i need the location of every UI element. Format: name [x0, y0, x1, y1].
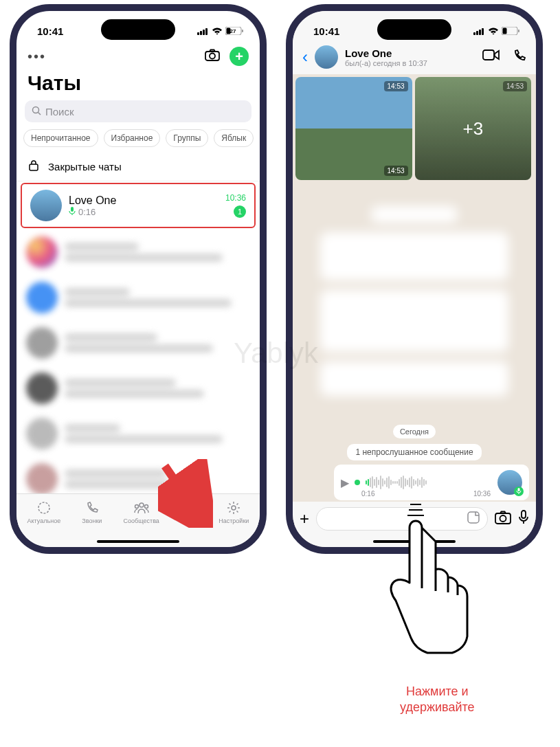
filter-pill[interactable]: Избранное [104, 129, 161, 147]
waveform[interactable] [366, 475, 492, 490]
gear-icon [225, 500, 242, 516]
filter-pill[interactable]: Непрочитанное [23, 129, 98, 147]
svg-rect-27 [518, 488, 520, 491]
tab-settings[interactable]: Настройки [219, 500, 249, 524]
back-button[interactable]: ‹ [302, 47, 308, 67]
svg-point-10 [33, 107, 39, 113]
contact-status: был(-а) сегодня в 10:37 [345, 59, 475, 67]
voice-duration: 0:16 [361, 490, 374, 498]
status-time: 10:41 [37, 25, 63, 37]
voice-unread-dot [355, 480, 360, 485]
voice-time: 10:36 [473, 490, 491, 498]
locked-chats[interactable]: Закрытые чаты [16, 154, 260, 181]
media-time: 14:53 [384, 166, 408, 176]
camera-icon[interactable] [205, 49, 220, 64]
phone-icon [84, 500, 100, 516]
red-arrow [158, 459, 213, 531]
header-info[interactable]: Love One был(-а) сегодня в 10:37 [345, 47, 475, 67]
avatar [30, 190, 62, 221]
tab-communities[interactable]: Сообщества [124, 500, 159, 524]
unread-badge: 1 [234, 205, 246, 218]
svg-point-18 [232, 506, 236, 510]
phone-right: 10:41 ‹ Love One был(-а) сегодня в 10:37… [286, 4, 543, 554]
svg-point-14 [38, 502, 49, 513]
wifi-icon [212, 27, 223, 35]
svg-rect-22 [482, 28, 484, 35]
svg-rect-25 [518, 30, 519, 32]
attach-button[interactable]: + [300, 509, 309, 528]
signal-icon [473, 27, 485, 35]
page-title: Чаты [16, 69, 260, 100]
date-pill: Сегодня [393, 425, 436, 438]
svg-rect-0 [197, 32, 199, 35]
mic-icon [69, 207, 76, 217]
lock-icon [27, 159, 40, 174]
battery-icon [502, 27, 519, 35]
media-more-count: +3 [415, 77, 532, 180]
dynamic-island [377, 19, 451, 40]
svg-rect-2 [203, 30, 205, 35]
search-input[interactable]: Поиск [25, 100, 251, 122]
media-thumbnail-more[interactable]: 14:53 +3 [415, 77, 532, 180]
svg-rect-3 [205, 28, 208, 35]
home-indicator [97, 540, 179, 543]
chat-header: ‹ Love One был(-а) сегодня в 10:37 [293, 41, 536, 74]
play-icon[interactable]: ▶ [341, 476, 349, 489]
svg-rect-20 [476, 31, 478, 35]
chat-time: 10:36 [225, 193, 246, 203]
phone-left: 10:41 27 ••• + Чаты Поиск Непрочитанное … [10, 4, 267, 554]
compose-button[interactable]: + [229, 47, 249, 66]
media-thumbnail[interactable]: 14:53 14:53 [295, 77, 412, 180]
tab-bar: Актуальное Звонки Сообщества 1 Чаты Наст… [16, 493, 260, 547]
tab-updates[interactable]: Актуальное [27, 500, 61, 524]
wifi-icon [488, 27, 499, 35]
audio-call-icon[interactable] [513, 49, 526, 65]
chat-row-love-one[interactable]: Love One 0:16 10:36 1 [21, 183, 256, 228]
media-time: 14:53 [384, 81, 408, 91]
svg-point-15 [139, 503, 144, 507]
svg-point-9 [210, 54, 215, 59]
camera-icon[interactable] [495, 511, 511, 527]
blurred-messages [293, 183, 536, 419]
contact-name: Love One [345, 47, 475, 59]
blurred-chats [16, 230, 260, 502]
mic-button[interactable] [518, 510, 529, 528]
battery-icon: 27 [225, 27, 243, 35]
mic-icon [514, 487, 524, 496]
unread-divider: 1 непрослушанное сообщение [347, 444, 481, 460]
svg-rect-26 [483, 50, 494, 60]
chat-body[interactable]: 14:53 14:53 14:53 +3 Сегодня 1 непрослуш… [293, 74, 536, 500]
hand-pointer-icon [363, 500, 480, 695]
svg-line-11 [38, 112, 41, 115]
watermark: Yablyk [234, 337, 318, 370]
svg-rect-19 [473, 32, 475, 35]
chat-name: Love One [69, 194, 219, 207]
locked-label: Закрытые чаты [48, 161, 122, 172]
status-time: 10:41 [313, 25, 339, 37]
svg-rect-6 [242, 30, 243, 32]
search-icon [32, 106, 41, 118]
video-call-icon[interactable] [482, 49, 500, 65]
updates-icon [36, 500, 52, 516]
hand-label: Нажмите иудерживайте [400, 684, 475, 716]
svg-point-30 [500, 515, 506, 522]
filter-pill[interactable]: Группы [166, 129, 208, 147]
svg-line-32 [165, 466, 196, 511]
filter-pill[interactable]: Яблык [214, 129, 254, 147]
svg-rect-12 [30, 164, 38, 170]
svg-point-16 [135, 505, 138, 509]
more-icon[interactable]: ••• [27, 49, 46, 65]
dynamic-island [101, 19, 175, 40]
search-placeholder: Поиск [45, 106, 74, 118]
filter-row: Непрочитанное Избранное Группы Яблык [16, 129, 260, 154]
tab-calls[interactable]: Звонки [82, 500, 102, 524]
avatar[interactable] [315, 45, 338, 69]
svg-rect-31 [522, 511, 526, 518]
voice-message[interactable]: ▶ 0:16 10:36 [334, 465, 529, 500]
voice-duration: 0:16 [78, 207, 96, 217]
svg-rect-13 [71, 207, 74, 212]
svg-rect-1 [200, 31, 202, 35]
community-icon [133, 500, 150, 516]
svg-point-17 [144, 505, 148, 509]
signal-icon [197, 27, 209, 35]
